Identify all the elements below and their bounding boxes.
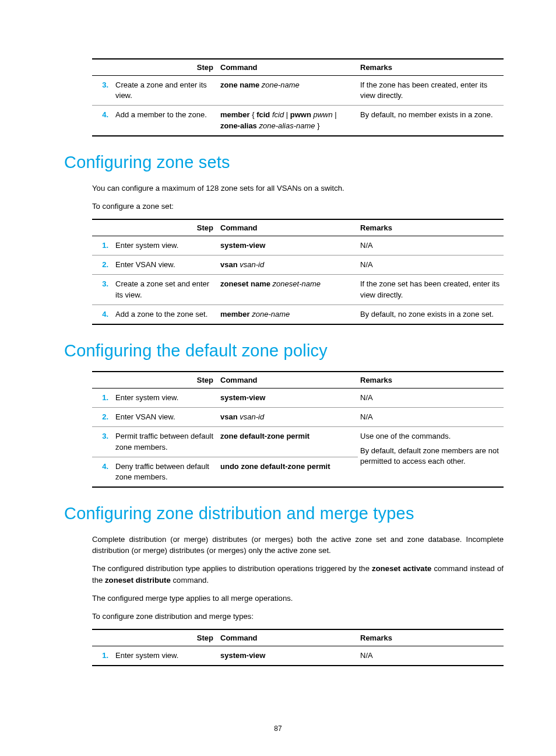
step-remarks: N/A [358,408,504,427]
step-number: 3. [92,76,113,106]
step-command: system-view [218,646,358,666]
th-remarks: Remarks [358,629,504,646]
th-remarks: Remarks [358,59,504,76]
page-number: 87 [0,724,556,733]
step-number: 3. [92,427,113,457]
step-number: 4. [92,304,113,324]
heading-configuring-zone-distribution: Configuring zone distribution and merge … [64,504,504,523]
paragraph: The configured merge type applies to all… [92,593,504,604]
table-row: 4.Add a member to the zone.member { fcid… [92,106,504,136]
step-remarks: N/A [358,236,504,256]
step-command: zone name zone-name [218,76,358,106]
step-description: Deny traffic between default zone member… [113,457,218,487]
table-row: 1.Enter system view.system-viewN/A [92,236,504,256]
step-number: 4. [92,106,113,136]
th-command: Command [218,59,358,76]
step-number: 1. [92,388,113,407]
step-number: 3. [92,275,113,304]
table-row: 3.Permit traffic between default zone me… [92,427,504,457]
table-row: 3.Create a zone and enter its view.zone … [92,76,504,106]
step-description: Permit traffic between default zone memb… [113,427,218,457]
paragraph: To configure a zone set: [92,201,504,212]
step-description: Create a zone and enter its view. [113,76,218,106]
step-description: Add a member to the zone. [113,106,218,136]
step-command: system-view [218,388,358,407]
step-remarks: N/A [358,646,504,666]
step-command: zone default-zone permit [218,427,358,457]
table-row: 2.Enter VSAN view.vsan vsan-idN/A [92,256,504,275]
step-description: Enter VSAN view. [113,408,218,427]
table-row: 4.Add a zone to the zone set.member zone… [92,304,504,324]
step-description: Enter system view. [113,646,218,666]
paragraph: To configure zone distribution and merge… [92,611,504,622]
step-command: system-view [218,236,358,256]
step-description: Enter system view. [113,236,218,256]
table-row: 2.Enter VSAN view.vsan vsan-idN/A [92,408,504,427]
step-remarks: N/A [358,388,504,407]
steps-table-4: Step Command Remarks 1.Enter system view… [92,629,504,666]
step-remarks: By default, no zone exists in a zone set… [358,304,504,324]
th-command: Command [218,629,358,646]
paragraph: You can configure a maximum of 128 zone … [92,183,504,194]
heading-configuring-zone-sets: Configuring zone sets [64,153,504,172]
step-number: 1. [92,646,113,666]
th-step: Step [92,219,218,236]
th-remarks: Remarks [358,372,504,388]
steps-table-3: Step Command Remarks 1.Enter system view… [92,371,504,488]
th-remarks: Remarks [358,219,504,236]
step-command: vsan vsan-id [218,408,358,427]
step-remarks: If the zone has been created, enter its … [358,76,504,106]
steps-table-1: Step Command Remarks 3.Create a zone and… [92,58,504,136]
table-row: 3.Create a zone set and enter its view.z… [92,275,504,304]
steps-table-2: Step Command Remarks 1.Enter system view… [92,219,504,325]
step-description: Create a zone set and enter its view. [113,275,218,304]
heading-configuring-default-zone-policy: Configuring the default zone policy [64,341,504,360]
step-description: Add a zone to the zone set. [113,304,218,324]
step-command: member zone-name [218,304,358,324]
step-remarks: Use one of the commands.By default, defa… [358,427,504,487]
paragraph: The configured distribution type applies… [92,563,504,585]
th-step: Step [92,59,218,76]
step-command: zoneset name zoneset-name [218,275,358,304]
step-number: 2. [92,408,113,427]
step-number: 1. [92,236,113,256]
th-step: Step [92,372,218,388]
th-command: Command [218,372,358,388]
table-row: 1.Enter system view.system-viewN/A [92,646,504,666]
th-command: Command [218,219,358,236]
step-command: undo zone default-zone permit [218,457,358,487]
step-command: vsan vsan-id [218,256,358,275]
step-number: 4. [92,457,113,487]
step-description: Enter VSAN view. [113,256,218,275]
step-remarks: N/A [358,256,504,275]
step-number: 2. [92,256,113,275]
th-step: Step [92,629,218,646]
step-command: member { fcid fcid | pwwn pwwn | zone-al… [218,106,358,136]
step-remarks: If the zone set has been created, enter … [358,275,504,304]
step-description: Enter system view. [113,388,218,407]
step-remarks: By default, no member exists in a zone. [358,106,504,136]
paragraph: Complete distribution (or merge) distrib… [92,534,504,556]
table-row: 1.Enter system view.system-viewN/A [92,388,504,407]
